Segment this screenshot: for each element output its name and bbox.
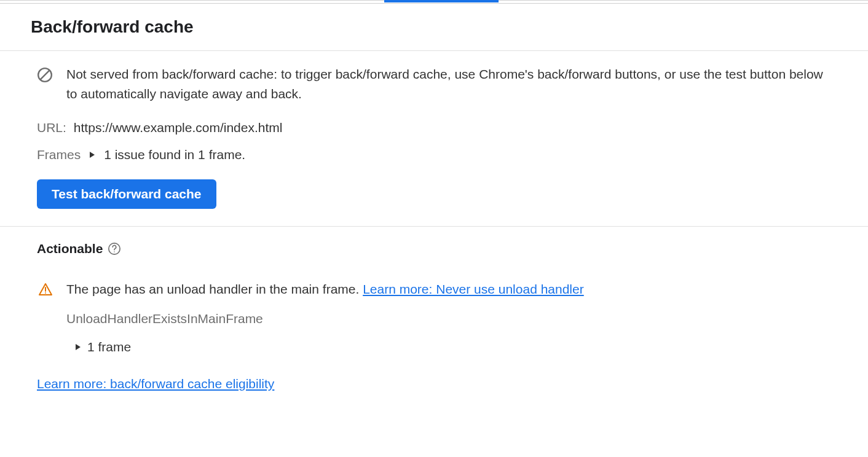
issue-frame-row: 1 frame <box>75 340 831 354</box>
svg-point-7 <box>45 292 46 294</box>
url-label: URL: <box>37 120 66 135</box>
bfcache-eligibility-link[interactable]: Learn more: back/forward cache eligibili… <box>37 377 274 391</box>
page-title: Back/forward cache <box>31 17 837 37</box>
tab-strip <box>0 0 868 4</box>
url-value: https://www.example.com/index.html <box>74 120 283 135</box>
help-icon[interactable] <box>108 242 121 256</box>
frames-row: Frames 1 issue found in 1 frame. <box>37 147 837 162</box>
test-bfcache-button[interactable]: Test back/forward cache <box>37 179 216 209</box>
frames-label: Frames <box>37 147 81 162</box>
active-tab-indicator <box>384 0 499 2</box>
panel-header: Back/forward cache <box>0 4 868 51</box>
status-message: Not served from back/forward cache: to t… <box>66 64 837 103</box>
svg-marker-8 <box>76 344 81 350</box>
issue-row: The page has an unload handler in the ma… <box>38 282 831 297</box>
frames-summary: 1 issue found in 1 frame. <box>104 147 245 162</box>
svg-line-1 <box>40 70 49 79</box>
warning-icon <box>38 282 53 297</box>
issue-frame-count: 1 frame <box>87 340 131 354</box>
issue-block: The page has an unload handler in the ma… <box>38 282 831 354</box>
svg-point-4 <box>114 251 116 252</box>
actionable-section: Actionable The page has an unload handle… <box>0 227 868 410</box>
issue-message: The page has an unload handler in the ma… <box>66 282 363 296</box>
actionable-heading-label: Actionable <box>37 241 103 256</box>
svg-marker-2 <box>90 152 95 158</box>
cache-status-section: Not served from back/forward cache: to t… <box>0 51 868 227</box>
url-row: URL: https://www.example.com/index.html <box>37 120 837 135</box>
frames-disclosure-triangle-icon[interactable] <box>89 151 95 158</box>
issue-message-wrap: The page has an unload handler in the ma… <box>66 282 584 297</box>
issue-code: UnloadHandlerExistsInMainFrame <box>66 311 831 326</box>
status-info-row: Not served from back/forward cache: to t… <box>37 64 837 103</box>
issue-frame-disclosure-triangle-icon[interactable] <box>75 343 81 351</box>
not-served-icon <box>37 67 53 83</box>
actionable-heading: Actionable <box>37 241 831 256</box>
issue-learn-more-link[interactable]: Learn more: Never use unload handler <box>363 282 584 296</box>
